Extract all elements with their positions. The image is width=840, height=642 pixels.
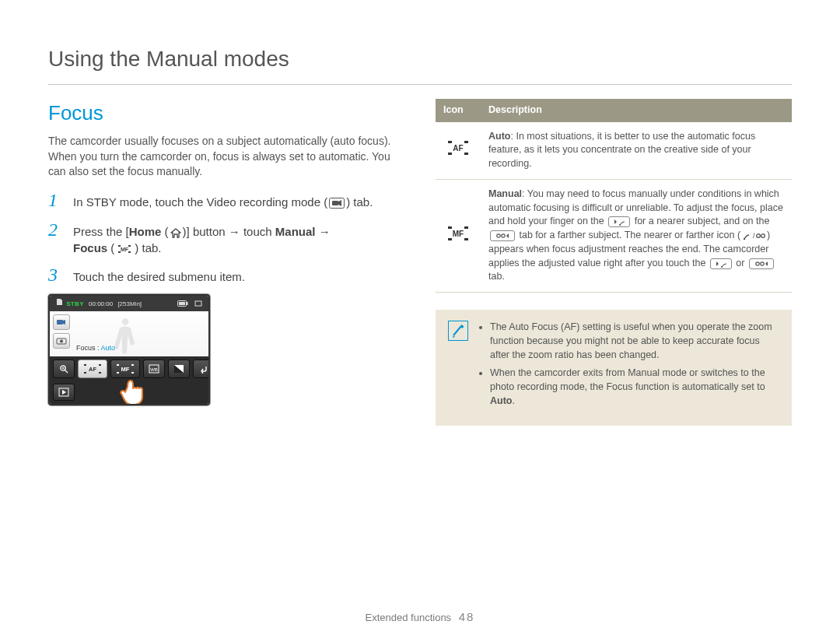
note-box: The Auto Focus (AF) setting is useful wh… [436, 310, 792, 426]
af-icon: AF [446, 139, 470, 156]
mf-tab[interactable]: MF [110, 360, 140, 378]
photo-mode-button[interactable] [53, 333, 70, 349]
screen-preview: Focus : Auto [50, 311, 208, 356]
svg-rect-1 [332, 201, 338, 205]
screen-bottom-row2 [50, 381, 208, 404]
svg-rect-7 [57, 320, 63, 325]
step-text: Press the [Home ( )] button → touch Manu… [73, 220, 404, 257]
mf-icon: MF [116, 244, 133, 254]
remaining-time: [253Min] [117, 300, 142, 307]
step-number: 2 [48, 220, 62, 257]
list-item: When the camcorder exits from Manual mod… [490, 367, 779, 408]
far-key-icon [749, 258, 774, 269]
focus-icon-table: Icon Description AF Auto: In most situat… [436, 99, 792, 293]
step-text: In STBY mode, touch the Video recording … [73, 191, 404, 210]
stby-label: STBY [66, 300, 84, 307]
table-header-icon: Icon [436, 99, 481, 122]
svg-rect-6 [195, 301, 201, 306]
svg-text:AF: AF [89, 366, 96, 373]
svg-rect-5 [179, 302, 185, 305]
mf-icon: MF [446, 225, 470, 242]
footer-label: Extended functions [366, 612, 452, 623]
svg-text:MF: MF [121, 247, 129, 252]
ev-button[interactable] [168, 360, 190, 378]
svg-point-29 [721, 266, 723, 268]
svg-point-9 [60, 339, 63, 342]
wb-button[interactable]: WB [143, 360, 165, 378]
table-cell-description: Manual: You may need to focus manually u… [481, 179, 792, 292]
svg-point-30 [756, 261, 759, 265]
note-icon [448, 321, 468, 341]
svg-point-27 [757, 234, 761, 238]
anti-shake-icon [194, 300, 202, 307]
svg-point-22 [619, 224, 621, 226]
svg-rect-4 [187, 302, 188, 305]
step-number: 3 [48, 265, 62, 285]
zoom-button[interactable] [53, 360, 75, 378]
table-row: AF Auto: In most situations, it is bette… [436, 122, 792, 180]
battery-icon [177, 300, 188, 307]
svg-text:/: / [753, 232, 755, 240]
svg-point-24 [502, 234, 505, 237]
near-key-icon [608, 216, 630, 227]
svg-text:MF: MF [453, 230, 464, 238]
step-text: Touch the desired submenu item. [73, 265, 404, 285]
note-list: The Auto Focus (AF) setting is useful wh… [478, 321, 779, 413]
svg-text:WB: WB [150, 367, 158, 372]
near-far-pair-icon: / [742, 231, 765, 240]
list-item: The Auto Focus (AF) setting is useful wh… [490, 321, 779, 362]
right-column: Icon Description AF Auto: In most situat… [436, 99, 792, 426]
focus-status-line: Focus : Auto [76, 343, 115, 353]
af-tab[interactable]: AF [78, 360, 107, 378]
return-button[interactable] [193, 360, 210, 378]
screen-bottom-toolbar: AF MF WB [50, 356, 208, 381]
intro-paragraph: The camcorder usually focuses on a subje… [48, 134, 404, 181]
video-mode-button[interactable] [53, 314, 70, 330]
page-footer: Extended functions 48 [0, 609, 840, 625]
table-cell-description: Auto: In most situations, it is better t… [481, 122, 792, 180]
video-mode-icon [329, 198, 345, 209]
sd-icon [56, 298, 63, 306]
near-key-icon [710, 258, 732, 269]
svg-text:MF: MF [121, 366, 130, 373]
svg-point-28 [761, 234, 765, 238]
elapsed-time: 00:00:00 [89, 300, 113, 307]
table-header-description: Description [481, 99, 792, 122]
svg-text:AF: AF [453, 144, 463, 153]
camcorder-screen-mock: STBY 00:00:00 [253Min] [48, 294, 210, 405]
home-icon [170, 228, 181, 238]
step-number: 1 [48, 191, 62, 210]
section-heading: Focus [48, 99, 404, 128]
page-title: Using the Manual modes [48, 44, 792, 85]
procedure-steps: 1 In STBY mode, touch the Video recordin… [48, 191, 404, 285]
screen-statusbar: STBY 00:00:00 [253Min] [50, 296, 208, 310]
svg-line-11 [65, 370, 68, 372]
svg-point-31 [761, 261, 764, 265]
svg-point-25 [744, 238, 745, 240]
page-number: 48 [459, 610, 475, 623]
table-row: MF Manual: You may need to focus manuall… [436, 179, 792, 292]
svg-point-23 [497, 234, 500, 237]
far-key-icon [490, 230, 515, 241]
playback-button[interactable] [53, 384, 75, 401]
left-column: Focus The camcorder usually focuses on a… [48, 99, 404, 426]
